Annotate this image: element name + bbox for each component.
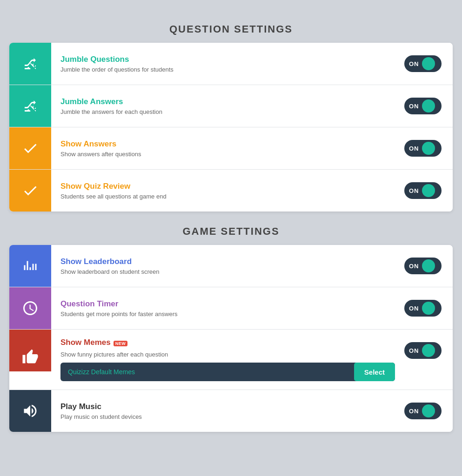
jumble-questions-label: Jumble Questions	[60, 55, 395, 64]
jumble-answers-content: Jumble Answers Jumble the answers for ea…	[51, 89, 404, 124]
question-timer-icon-bg	[9, 287, 51, 329]
jumble-answers-toggle-label: ON	[409, 103, 419, 110]
shuffle-answers-icon	[22, 98, 39, 114]
show-quiz-review-row: Show Quiz Review Students see all questi…	[9, 170, 453, 212]
question-settings-card: Jumble Questions Jumble the order of que…	[9, 43, 453, 212]
show-memes-toggle-knob	[422, 344, 435, 357]
show-quiz-review-label: Show Quiz Review	[60, 182, 395, 191]
jumble-answers-description: Jumble the answers for each question	[60, 108, 395, 115]
show-quiz-review-toggle[interactable]: ON	[404, 182, 442, 199]
question-timer-toggle-area: ON	[404, 300, 453, 317]
main-container: QUESTION SETTINGS Jumble Questions Jumbl…	[9, 14, 453, 446]
show-answers-content: Show Answers Show answers after question…	[51, 131, 404, 166]
jumble-questions-toggle[interactable]: ON	[404, 55, 442, 72]
show-leaderboard-row: Show Leaderboard Show leaderboard on stu…	[9, 245, 453, 287]
play-music-label: Play Music	[60, 402, 395, 411]
jumble-answers-row: Jumble Answers Jumble the answers for ea…	[9, 85, 453, 127]
show-memes-label: Show Memes	[60, 338, 111, 347]
show-answers-toggle-area: ON	[404, 140, 453, 157]
question-timer-description: Students get more points for faster answ…	[60, 311, 395, 317]
jumble-answers-label: Jumble Answers	[60, 97, 395, 106]
game-settings-card: Show Leaderboard Show leaderboard on stu…	[9, 245, 453, 432]
question-timer-toggle[interactable]: ON	[404, 300, 442, 317]
show-memes-toggle[interactable]: ON	[404, 342, 442, 359]
leaderboard-icon	[22, 258, 39, 274]
jumble-questions-toggle-area: ON	[404, 55, 453, 72]
check-answers-icon	[22, 140, 39, 157]
play-music-toggle-knob	[422, 404, 435, 417]
jumble-questions-content: Jumble Questions Jumble the order of que…	[51, 46, 404, 81]
play-music-toggle-area: ON	[404, 403, 453, 419]
play-music-toggle-label: ON	[409, 408, 419, 415]
show-memes-icon-bg	[9, 330, 51, 371]
jumble-questions-row: Jumble Questions Jumble the order of que…	[9, 43, 453, 85]
jumble-questions-description: Jumble the order of questions for studen…	[60, 66, 395, 73]
play-music-row: Play Music Play music on student devices…	[9, 390, 453, 432]
show-leaderboard-toggle-label: ON	[409, 263, 419, 270]
show-answers-label: Show Answers	[60, 139, 395, 149]
jumble-questions-icon-bg	[9, 43, 51, 85]
show-quiz-review-icon-bg	[9, 170, 51, 212]
show-leaderboard-description: Show leaderboard on student screen	[60, 268, 395, 275]
show-answers-description: Show answers after questions	[60, 151, 395, 158]
show-memes-toggle-label: ON	[409, 347, 419, 354]
show-quiz-review-description: Students see all questions at game end	[60, 193, 395, 200]
show-memes-row: Show Memes NEW Show funny pictures after…	[9, 330, 453, 390]
jumble-answers-toggle-knob	[422, 99, 435, 112]
show-quiz-review-content: Show Quiz Review Students see all questi…	[51, 173, 404, 208]
show-leaderboard-content: Show Leaderboard Show leaderboard on stu…	[51, 249, 404, 284]
jumble-answers-toggle[interactable]: ON	[404, 98, 442, 114]
show-quiz-review-toggle-area: ON	[404, 182, 453, 199]
show-memes-toggle-area: ON	[404, 330, 453, 359]
question-timer-row: Question Timer Students get more points …	[9, 287, 453, 330]
new-badge: NEW	[114, 341, 128, 346]
question-settings-title: QUESTION SETTINGS	[9, 23, 453, 35]
timer-icon	[22, 300, 39, 317]
play-music-content: Play Music Play music on student devices	[51, 394, 404, 429]
show-answers-icon-bg	[9, 127, 51, 169]
thumbsup-icon	[22, 349, 39, 365]
question-timer-content: Question Timer Students get more points …	[51, 291, 404, 326]
show-answers-toggle-label: ON	[409, 145, 419, 152]
show-memes-description: Show funny pictures after each question	[60, 351, 395, 358]
show-answers-toggle[interactable]: ON	[404, 140, 442, 157]
check-quiz-icon	[22, 182, 39, 199]
show-leaderboard-toggle-area: ON	[404, 258, 453, 274]
memes-default-text: Quizizz Default Memes	[60, 368, 354, 376]
play-music-description: Play music on student devices	[60, 413, 395, 420]
music-icon	[22, 403, 39, 419]
memes-selector: Quizizz Default Memes Select	[60, 363, 395, 381]
jumble-answers-icon-bg	[9, 85, 51, 127]
question-timer-toggle-label: ON	[409, 305, 419, 312]
show-leaderboard-icon-bg	[9, 245, 51, 287]
show-answers-toggle-knob	[422, 142, 435, 155]
show-memes-top: Show Memes NEW	[60, 338, 395, 349]
show-leaderboard-toggle[interactable]: ON	[404, 258, 442, 274]
jumble-questions-toggle-knob	[422, 57, 435, 70]
show-answers-row: Show Answers Show answers after question…	[9, 127, 453, 170]
play-music-icon-bg	[9, 390, 51, 432]
question-timer-toggle-knob	[422, 302, 435, 315]
show-leaderboard-toggle-knob	[422, 259, 435, 272]
shuffle-icon	[22, 55, 39, 72]
show-leaderboard-label: Show Leaderboard	[60, 257, 395, 266]
jumble-questions-toggle-label: ON	[409, 60, 419, 67]
show-memes-content: Show Memes NEW Show funny pictures after…	[51, 330, 404, 390]
jumble-answers-toggle-area: ON	[404, 98, 453, 114]
play-music-toggle[interactable]: ON	[404, 403, 442, 419]
show-quiz-review-toggle-label: ON	[409, 187, 419, 194]
select-memes-button[interactable]: Select	[354, 363, 395, 381]
show-quiz-review-toggle-knob	[422, 184, 435, 197]
game-settings-title: GAME SETTINGS	[9, 225, 453, 238]
question-timer-label: Question Timer	[60, 299, 395, 309]
